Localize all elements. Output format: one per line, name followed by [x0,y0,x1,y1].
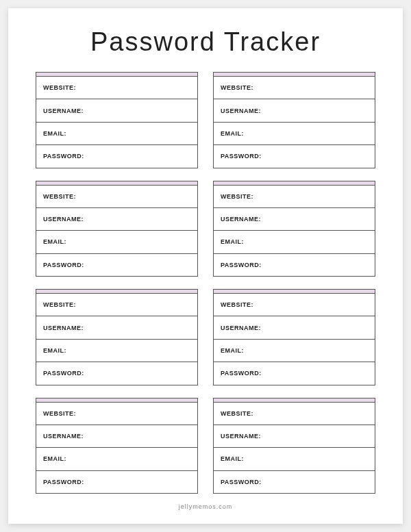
email-label: EMAIL: [221,455,244,462]
email-label: EMAIL: [43,238,66,245]
website-label: WEBSITE: [221,84,253,91]
username-label: USERNAME: [43,325,84,331]
entry-card: WEBSITE: USERNAME: EMAIL: PASSWORD: [213,72,375,168]
page-title: Password Tracker [36,27,375,57]
username-row[interactable]: USERNAME: [214,99,375,122]
username-row[interactable]: USERNAME: [214,208,375,231]
website-row[interactable]: WEBSITE: [214,77,375,99]
email-row[interactable]: EMAIL: [36,340,197,362]
website-label: WEBSITE: [221,410,253,417]
email-label: EMAIL: [43,455,66,462]
password-label: PASSWORD: [43,153,84,160]
entry-card: WEBSITE: USERNAME: EMAIL: PASSWORD: [213,398,375,494]
email-label: EMAIL: [43,130,66,137]
username-label: USERNAME: [43,216,84,223]
email-label: EMAIL: [221,238,244,245]
website-row[interactable]: WEBSITE: [36,294,197,316]
username-label: USERNAME: [221,433,261,440]
email-row[interactable]: EMAIL: [36,448,197,470]
username-row[interactable]: USERNAME: [36,316,197,339]
username-row[interactable]: USERNAME: [214,425,375,448]
password-row[interactable]: PASSWORD: [36,471,197,493]
entry-card: WEBSITE: USERNAME: EMAIL: PASSWORD: [36,181,198,277]
website-label: WEBSITE: [43,301,76,308]
username-label: USERNAME: [221,325,261,331]
username-label: USERNAME: [221,107,261,114]
password-label: PASSWORD: [221,479,262,485]
website-label: WEBSITE: [221,301,253,308]
website-row[interactable]: WEBSITE: [36,77,197,99]
website-row[interactable]: WEBSITE: [36,186,197,208]
website-label: WEBSITE: [43,84,76,91]
password-label: PASSWORD: [221,153,262,160]
password-label: PASSWORD: [43,370,84,377]
entry-card: WEBSITE: USERNAME: EMAIL: PASSWORD: [213,181,375,277]
password-row[interactable]: PASSWORD: [36,145,197,167]
email-row[interactable]: EMAIL: [36,231,197,253]
email-row[interactable]: EMAIL: [214,231,375,253]
password-label: PASSWORD: [43,479,84,485]
username-label: USERNAME: [221,216,261,223]
footer-credit: jellymemos.com [36,503,375,510]
password-row[interactable]: PASSWORD: [214,362,375,384]
entry-card: WEBSITE: USERNAME: EMAIL: PASSWORD: [213,289,375,385]
email-row[interactable]: EMAIL: [36,123,197,145]
password-row[interactable]: PASSWORD: [36,254,197,276]
cards-grid: WEBSITE: USERNAME: EMAIL: PASSWORD: WEBS… [36,72,375,494]
username-row[interactable]: USERNAME: [36,208,197,231]
website-label: WEBSITE: [43,410,76,417]
username-row[interactable]: USERNAME: [36,425,197,448]
entry-card: WEBSITE: USERNAME: EMAIL: PASSWORD: [36,398,198,494]
email-row[interactable]: EMAIL: [214,448,375,470]
website-label: WEBSITE: [43,193,76,200]
username-label: USERNAME: [43,107,84,114]
website-label: WEBSITE: [221,193,253,200]
password-row[interactable]: PASSWORD: [214,254,375,276]
username-row[interactable]: USERNAME: [214,316,375,339]
password-label: PASSWORD: [221,262,262,268]
email-label: EMAIL: [43,347,66,354]
username-row[interactable]: USERNAME: [36,99,197,122]
website-row[interactable]: WEBSITE: [214,186,375,208]
website-row[interactable]: WEBSITE: [36,403,197,425]
password-label: PASSWORD: [43,262,84,268]
password-row[interactable]: PASSWORD: [36,362,197,384]
username-label: USERNAME: [43,433,84,440]
entry-card: WEBSITE: USERNAME: EMAIL: PASSWORD: [36,72,198,168]
website-row[interactable]: WEBSITE: [214,294,375,316]
entry-card: WEBSITE: USERNAME: EMAIL: PASSWORD: [36,289,198,385]
password-label: PASSWORD: [221,370,262,377]
email-label: EMAIL: [221,347,244,354]
email-label: EMAIL: [221,130,244,137]
website-row[interactable]: WEBSITE: [214,403,375,425]
password-row[interactable]: PASSWORD: [214,471,375,493]
email-row[interactable]: EMAIL: [214,123,375,145]
page-container: Password Tracker WEBSITE: USERNAME: EMAI… [8,8,403,524]
email-row[interactable]: EMAIL: [214,340,375,362]
password-row[interactable]: PASSWORD: [214,145,375,167]
